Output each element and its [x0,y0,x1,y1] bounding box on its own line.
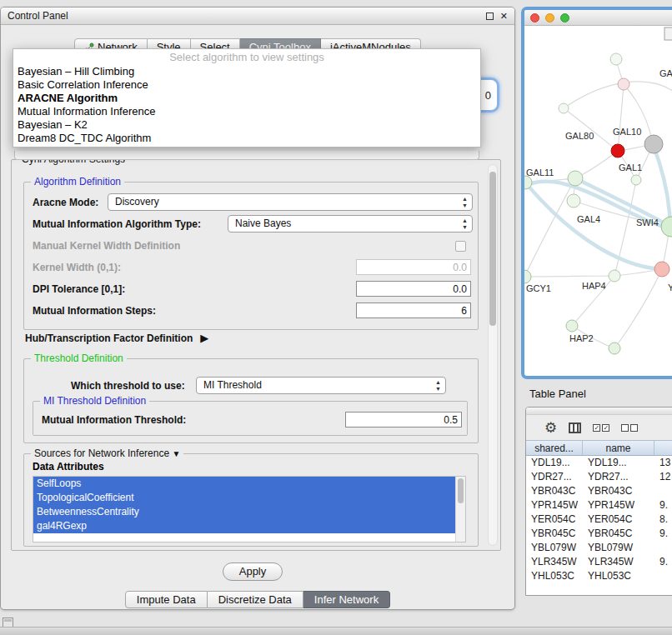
attribute-item-selected[interactable]: TopologicalCoefficient [33,491,455,505]
window-float-button[interactable] [486,12,494,20]
node-label: HAP4 [582,281,606,291]
sources-toggle[interactable]: Sources for Network Inference ▼ [31,448,183,459]
network-node-red[interactable] [611,144,624,158]
network-node-gray[interactable] [644,135,663,153]
node-label: Y [668,282,672,292]
table-row[interactable]: YBR043CYBR043C [526,484,672,498]
group-title: Threshold Definition [31,352,127,364]
aracne-mode-select[interactable]: Discovery ▲▼ [108,193,473,211]
desktop: Control Panel ✕ Network Style Select [0,0,672,635]
cell [654,541,672,555]
manual-kernel-label: Manual Kernel Width Definition [33,240,180,252]
attribute-list-scrollbar[interactable] [455,477,465,542]
network-node[interactable] [524,270,531,283]
apply-button[interactable]: Apply [223,562,283,581]
network-node[interactable] [568,171,583,186]
table-window-titlebar[interactable] [526,408,672,415]
hub-definition-label: Hub/Transcription Factor Definition [25,332,193,344]
which-threshold-select[interactable]: MI Threshold ▲▼ [196,377,446,394]
dpi-tolerance-input[interactable] [356,281,471,297]
cell: YLR345W [526,555,583,569]
table-row[interactable]: YER054CYER054C8. [526,512,672,527]
attribute-item-selected[interactable]: SelfLoops [33,477,455,491]
close-traffic-light[interactable] [530,13,539,22]
table-row[interactable]: YDL19...YDL19...13 [526,456,672,470]
manual-kernel-checkbox[interactable] [455,241,466,252]
network-node[interactable] [631,175,641,185]
group-title: MI Threshold Definition [40,395,149,407]
collapsed-arrow-icon: ▶ [200,332,208,344]
unchecked-box-icon [630,424,638,432]
window-close-icon[interactable]: ✕ [500,12,508,21]
network-node[interactable] [609,342,620,354]
column-header-shared-name[interactable]: shared... [526,441,583,455]
cell: 9. [654,527,672,541]
dropdown-option-selected[interactable]: ARACNE Algorithm [13,92,480,105]
cell: YBR043C [526,484,583,498]
settings-scrollbar[interactable] [488,164,498,546]
which-threshold-label: Which threshold to use: [71,380,185,392]
hub-definition-toggle[interactable]: Hub/Transcription Factor Definition ▶ [25,332,208,344]
network-node[interactable] [567,194,580,208]
control-panel-window: Control Panel ✕ Network Style Select [0,7,515,610]
cell: 13 [654,456,672,470]
mi-type-select[interactable]: Naive Bayes ▲▼ [228,215,473,232]
network-node[interactable] [661,217,672,237]
network-node[interactable] [566,320,578,332]
table-row[interactable]: YHL053CYHL053C [526,569,672,583]
node-label: GAL4 [577,214,600,224]
table-row[interactable]: YBR045CYBR045C9. [526,527,672,541]
table-panel-title: Table Panel [529,388,586,400]
scrollbar-thumb[interactable] [458,478,464,503]
mi-steps-input[interactable] [356,302,471,318]
table-row[interactable]: YBL079WYBL079W [526,541,672,555]
minimize-traffic-light[interactable] [545,13,554,22]
table-row[interactable]: YPR145WYPR145W9. [526,498,672,512]
dropdown-option[interactable]: Dream8 DC_TDC Algorithm [13,132,480,145]
cell [654,569,672,583]
dropdown-option[interactable]: Bayesian – Hill Climbing [13,65,480,78]
node-label: GAL80 [565,131,594,141]
dropdown-option[interactable]: Bayesian – K2 [13,118,480,132]
table-row[interactable]: YLR345WYLR345W9. [526,555,672,569]
cell: YDL19... [583,456,654,470]
cell: YDR27... [583,470,654,484]
table-body: YDL19...YDL19...13 YDR27...YDR27...12 YB… [526,456,672,596]
mi-threshold-input[interactable] [345,412,462,428]
dropdown-option[interactable]: Basic Correlation Inference [13,78,480,92]
network-window-titlebar[interactable] [524,10,672,26]
tab-discretize-data[interactable]: Discretize Data [208,591,303,608]
cyni-bottom-tabs: Impute Data Discretize Data Infer Networ… [1,591,514,608]
status-bar [0,627,672,635]
kernel-width-input[interactable] [356,259,471,275]
control-panel-titlebar[interactable]: Control Panel ✕ [1,8,514,25]
attribute-item-selected[interactable]: BetweennessCentrality [33,505,455,519]
checked-box-icon: ✓ [602,424,609,432]
selected-value: MI Threshold [203,379,262,391]
column-header-name[interactable]: name [583,441,654,455]
deselect-all-columns-button[interactable] [621,424,638,432]
node-label: GCY1 [526,283,551,293]
cell: YBR045C [583,527,654,541]
zoom-traffic-light[interactable] [560,13,569,22]
network-node[interactable] [609,270,620,282]
cell [654,484,672,498]
network-node-salmon[interactable] [654,262,669,277]
column-header-cut[interactable] [654,441,672,455]
network-node[interactable] [610,53,622,65]
cell: 8. [654,512,672,527]
network-canvas[interactable]: GAL80 GAL10 GAL11 GAL1 SWI4 GAL4 GCY1 HA… [524,26,672,376]
network-node[interactable] [618,78,629,90]
tab-impute-data[interactable]: Impute Data [125,591,208,608]
network-node[interactable] [559,103,569,113]
tab-infer-network[interactable]: Infer Network [303,591,390,608]
table-row[interactable]: YDR27...YDR27...12 [526,470,672,484]
mi-type-label: Mutual Information Algorithm Type: [33,218,201,230]
table-settings-button[interactable]: ⚙ [544,421,557,435]
scrollbar-thumb[interactable] [489,172,496,326]
select-all-columns-button[interactable]: ✓✓ [593,424,609,432]
show-columns-button[interactable] [569,422,581,433]
dropdown-option[interactable]: Mutual Information Inference [13,105,480,118]
birdseye-toggle[interactable] [664,28,672,40]
attribute-item-selected[interactable]: gal4RGexp [33,519,455,533]
